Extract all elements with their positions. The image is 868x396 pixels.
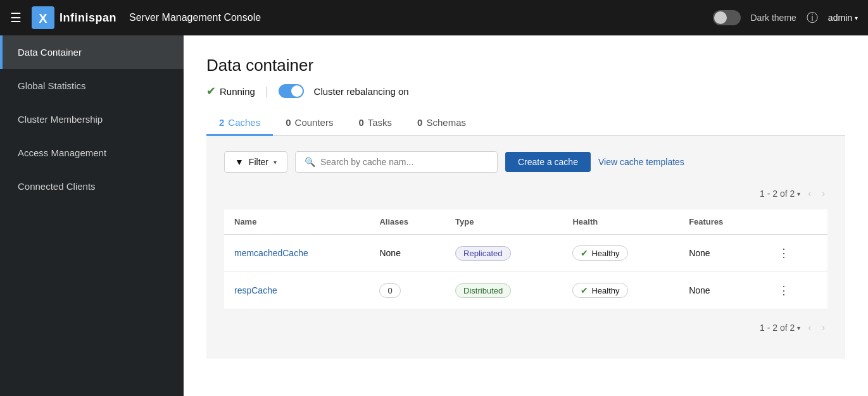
cache-name-cell: respCache xyxy=(224,272,369,309)
brand-logo: X Infinispan xyxy=(32,6,116,29)
health-label: Healthy xyxy=(591,286,619,295)
health-check-icon: ✔ xyxy=(581,285,588,295)
cache-row-actions-button[interactable]: ⋮ xyxy=(773,244,795,263)
cache-actions-cell: ⋮ xyxy=(763,235,827,272)
pagination-bottom: 1 - 2 of 2 ▾ ‹ › xyxy=(224,319,827,336)
sidebar-item-cluster-membership[interactable]: Cluster Membership xyxy=(0,102,184,136)
main-content: Data container ✔ Running | Cluster rebal… xyxy=(184,35,868,396)
sidebar-item-data-container[interactable]: Data Container xyxy=(0,35,184,69)
cache-health-cell: ✔ Healthy xyxy=(562,235,679,272)
col-actions xyxy=(763,209,827,235)
col-features: Features xyxy=(679,209,763,235)
tab-schemas[interactable]: 0 Schemas xyxy=(405,111,479,136)
sidebar-item-connected-clients[interactable]: Connected Clients xyxy=(0,170,184,203)
sidebar-item-global-statistics[interactable]: Global Statistics xyxy=(0,69,184,102)
tasks-label: Tasks xyxy=(368,117,392,128)
filter-caret-icon: ▾ xyxy=(274,159,277,166)
svg-text:X: X xyxy=(39,11,47,25)
sidebar-item-label: Access Management xyxy=(18,147,106,158)
cache-aliases-value: None xyxy=(379,248,400,258)
col-health: Health xyxy=(562,209,679,235)
tab-caches[interactable]: 2 Caches xyxy=(206,111,273,136)
pagination-next-button-bottom[interactable]: › xyxy=(819,319,827,336)
search-box[interactable]: 🔍 xyxy=(295,151,498,173)
filter-button[interactable]: ▼ Filter ▾ xyxy=(224,151,287,173)
pagination-prev-button-bottom[interactable]: ‹ xyxy=(805,319,814,336)
cache-type-cell: Replicated xyxy=(445,235,562,272)
status-row: ✔ Running | Cluster rebalancing on xyxy=(206,84,845,98)
dark-theme-toggle[interactable] xyxy=(713,10,741,25)
cache-row-actions-button[interactable]: ⋮ xyxy=(773,281,795,300)
cache-aliases-cell: 0 xyxy=(369,272,445,309)
rebalancing-toggle[interactable] xyxy=(279,84,304,98)
col-aliases: Aliases xyxy=(369,209,445,235)
cache-health-cell: ✔ Healthy xyxy=(562,272,679,309)
caches-count: 2 xyxy=(219,117,224,128)
running-label: Running xyxy=(220,86,255,97)
admin-menu-button[interactable]: admin ▾ xyxy=(828,13,858,23)
cache-name-link[interactable]: respCache xyxy=(234,285,277,295)
sidebar-item-access-management[interactable]: Access Management xyxy=(0,136,184,170)
app-title: Server Management Console xyxy=(129,12,261,23)
tab-counters[interactable]: 0 Counters xyxy=(273,111,346,136)
filter-label: Filter xyxy=(249,157,268,167)
admin-label: admin xyxy=(828,13,852,23)
sidebar-item-label: Global Statistics xyxy=(18,80,86,91)
infinispan-logo-icon: X xyxy=(32,6,54,29)
filter-icon: ▼ xyxy=(235,157,244,167)
search-icon: 🔍 xyxy=(305,157,315,167)
schemas-count: 0 xyxy=(417,117,422,128)
help-icon[interactable]: ⓘ xyxy=(807,10,818,25)
toggle-knob xyxy=(714,11,727,24)
view-templates-label: View cache templates xyxy=(598,157,684,167)
schemas-label: Schemas xyxy=(426,117,466,128)
counters-label: Counters xyxy=(295,117,334,128)
view-cache-templates-link[interactable]: View cache templates xyxy=(598,157,684,167)
col-name: Name xyxy=(224,209,369,235)
cache-aliases-cell: None xyxy=(369,235,445,272)
dark-theme-label: Dark theme xyxy=(751,13,796,23)
content-panel: ▼ Filter ▾ 🔍 Create a cache View cache t… xyxy=(206,136,845,359)
tasks-count: 0 xyxy=(358,117,363,128)
admin-caret-icon: ▾ xyxy=(855,15,858,22)
sidebar-item-label: Cluster Membership xyxy=(18,114,103,125)
sidebar-item-label: Data Container xyxy=(18,47,82,58)
topnav-right: Dark theme ⓘ admin ▾ xyxy=(713,10,859,25)
pagination-range-bottom: 1 - 2 of 2 xyxy=(760,323,795,333)
rebalancing-knob xyxy=(291,85,303,97)
table-header-row: Name Aliases Type Health Features xyxy=(224,209,827,235)
cache-features-value: None xyxy=(689,248,710,258)
cache-type-badge: Replicated xyxy=(455,246,510,261)
running-check-icon: ✔ xyxy=(206,84,216,98)
cache-name-link[interactable]: memcachedCache xyxy=(234,248,308,258)
table-row: memcachedCache None Replicated ✔ Healthy xyxy=(224,235,827,272)
running-status: ✔ Running xyxy=(206,84,255,98)
hamburger-icon[interactable]: ☰ xyxy=(10,10,22,25)
cache-actions-cell: ⋮ xyxy=(763,272,827,309)
health-label: Healthy xyxy=(591,249,619,258)
cache-name-cell: memcachedCache xyxy=(224,235,369,272)
brand-name: Infinispan xyxy=(60,11,116,25)
counters-count: 0 xyxy=(286,117,291,128)
caches-label: Caches xyxy=(228,117,260,128)
col-type: Type xyxy=(445,209,562,235)
pagination-per-page-icon[interactable]: ▾ xyxy=(797,190,800,197)
create-cache-label: Create a cache xyxy=(518,157,578,167)
tab-tasks[interactable]: 0 Tasks xyxy=(346,111,405,136)
pagination-prev-button[interactable]: ‹ xyxy=(805,185,814,202)
cache-health-badge: ✔ Healthy xyxy=(572,245,627,261)
sidebar: Data Container Global Statistics Cluster… xyxy=(0,35,184,396)
pagination-per-page-icon-bottom[interactable]: ▾ xyxy=(797,325,800,331)
cache-features-cell: None xyxy=(679,272,763,309)
cache-aliases-badge: 0 xyxy=(379,283,400,298)
rebalancing-label: Cluster rebalancing on xyxy=(314,86,409,97)
search-input[interactable] xyxy=(320,157,488,167)
pagination-next-button[interactable]: › xyxy=(819,185,827,202)
pagination-info: 1 - 2 of 2 ▾ xyxy=(760,189,800,199)
pagination-top: 1 - 2 of 2 ▾ ‹ › xyxy=(224,185,827,202)
cache-features-value: None xyxy=(689,285,710,295)
page-title: Data container xyxy=(206,56,845,75)
toolbar: ▼ Filter ▾ 🔍 Create a cache View cache t… xyxy=(224,151,827,173)
create-cache-button[interactable]: Create a cache xyxy=(505,152,591,172)
cache-table: Name Aliases Type Health Features memcac… xyxy=(224,209,827,309)
